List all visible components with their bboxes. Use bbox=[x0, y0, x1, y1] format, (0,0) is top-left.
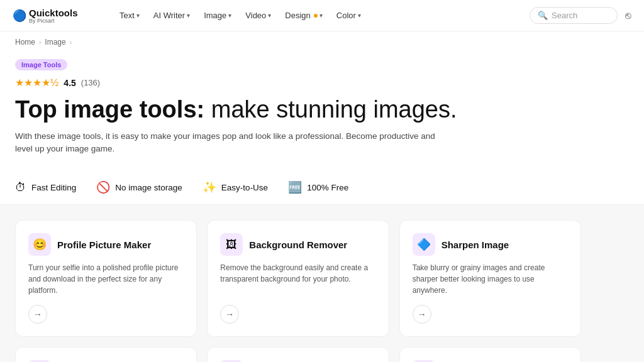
chevron-down-icon: ▾ bbox=[268, 12, 271, 19]
hero-title: Top image tools: make stunning images. bbox=[15, 96, 629, 124]
chevron-down-icon: ▾ bbox=[358, 12, 361, 19]
hero-description: With these image tools, it is easy to ma… bbox=[15, 130, 443, 156]
header-right: 🔍 Search ⎋ bbox=[530, 7, 631, 24]
feature-icon: 🚫 bbox=[96, 180, 110, 194]
features-row: ⏱ Fast Editing 🚫 No image storage ✨ Easy… bbox=[0, 168, 644, 205]
card-description: Turn your selfie into a polished profile… bbox=[28, 262, 184, 296]
nav-item-ai-writer[interactable]: AI Writer▾ bbox=[147, 7, 196, 24]
card-item: 📐 Resize Image Resize images without cro… bbox=[399, 347, 581, 362]
breadcrumb-sep1: › bbox=[39, 39, 41, 46]
feature-label: 100% Free bbox=[307, 183, 348, 192]
chevron-down-icon: ▾ bbox=[319, 12, 323, 19]
logo-name: Quicktools bbox=[29, 8, 78, 18]
search-box[interactable]: 🔍 Search bbox=[530, 7, 618, 24]
nav-label: Video bbox=[245, 11, 266, 20]
breadcrumb: Home › Image › bbox=[0, 31, 644, 53]
nav-item-video[interactable]: Video▾ bbox=[239, 7, 277, 24]
feature-label: Fast Editing bbox=[31, 183, 76, 192]
chevron-down-icon: ▾ bbox=[187, 12, 190, 19]
search-placeholder: Search bbox=[552, 11, 577, 20]
feature-item: 🆓 100% Free bbox=[288, 180, 348, 194]
feature-item: ⏱ Fast Editing bbox=[15, 181, 76, 194]
header: 🔵 Quicktools By Picsart Text▾AI Writer▾I… bbox=[0, 0, 644, 31]
logo-icon: 🔵 bbox=[13, 9, 26, 23]
logo[interactable]: 🔵 Quicktools By Picsart bbox=[13, 8, 101, 24]
nav-label: AI Writer bbox=[153, 11, 185, 20]
hero-badge: Image Tools bbox=[15, 59, 67, 70]
search-icon: 🔍 bbox=[538, 11, 548, 20]
breadcrumb-section[interactable]: Image bbox=[45, 38, 65, 47]
card-item: 📦 Compress Image The easiest and fastest… bbox=[15, 347, 197, 362]
nav-label: Design bbox=[285, 11, 310, 20]
feature-label: No image storage bbox=[115, 183, 182, 192]
rating-count: (136) bbox=[81, 78, 100, 87]
nav-label: Image bbox=[204, 11, 226, 20]
feature-icon: ⏱ bbox=[15, 181, 26, 194]
card-title: Sharpen Image bbox=[441, 239, 509, 250]
card-header: 🔷 Sharpen Image bbox=[413, 233, 568, 256]
nav-item-design[interactable]: Design▾ bbox=[279, 7, 328, 24]
card-icon: 🖼 bbox=[220, 233, 243, 256]
card-icon: 😊 bbox=[28, 233, 51, 256]
card-title: Background Remover bbox=[249, 239, 347, 250]
nav-label: Text bbox=[119, 11, 135, 20]
card-arrow-button[interactable]: → bbox=[28, 305, 47, 324]
stars: ★★★★½ bbox=[15, 77, 58, 89]
card-header: 🖼 Background Remover bbox=[220, 233, 375, 256]
feature-icon: 🆓 bbox=[288, 180, 302, 194]
chevron-down-icon: ▾ bbox=[136, 12, 140, 19]
card-item: 😊 Profile Picture Maker Turn your selfie… bbox=[15, 220, 197, 337]
main-nav: Text▾AI Writer▾Image▾Video▾Design▾Color▾ bbox=[113, 7, 530, 24]
feature-item: ✨ Easy-to-Use bbox=[203, 180, 268, 194]
cards-grid: 😊 Profile Picture Maker Turn your selfie… bbox=[15, 220, 581, 362]
feature-item: 🚫 No image storage bbox=[96, 180, 182, 194]
card-item: 🔄 Rotate Image Easily rotate any image f… bbox=[207, 347, 389, 362]
card-arrow-button[interactable]: → bbox=[413, 305, 431, 324]
nav-label: Color bbox=[336, 11, 356, 20]
nav-item-image[interactable]: Image▾ bbox=[197, 7, 238, 24]
breadcrumb-home[interactable]: Home bbox=[15, 38, 35, 47]
rating-row: ★★★★½ 4.5 (136) bbox=[15, 77, 629, 89]
logo-sub: By Picsart bbox=[29, 18, 78, 24]
rating-value: 4.5 bbox=[64, 78, 75, 88]
card-arrow-button[interactable]: → bbox=[220, 305, 239, 324]
nav-item-text[interactable]: Text▾ bbox=[113, 7, 146, 24]
nav-item-color[interactable]: Color▾ bbox=[330, 7, 367, 24]
card-description: Take blurry or grainy images and create … bbox=[413, 262, 568, 296]
feature-icon: ✨ bbox=[203, 180, 216, 194]
card-item: 🖼 Background Remover Remove the backgrou… bbox=[207, 220, 389, 337]
breadcrumb-sep2: › bbox=[70, 39, 72, 46]
nav-dot bbox=[314, 14, 318, 18]
hero-section: Image Tools ★★★★½ 4.5 (136) Top image to… bbox=[0, 53, 644, 168]
card-item: 🔷 Sharpen Image Take blurry or grainy im… bbox=[399, 220, 581, 337]
card-title: Profile Picture Maker bbox=[57, 239, 151, 250]
card-icon: 🔷 bbox=[413, 233, 435, 256]
feature-label: Easy-to-Use bbox=[221, 183, 268, 192]
share-icon[interactable]: ⎋ bbox=[625, 10, 631, 21]
chevron-down-icon: ▾ bbox=[228, 12, 231, 19]
cards-section: 😊 Profile Picture Maker Turn your selfie… bbox=[0, 205, 644, 362]
card-header: 😊 Profile Picture Maker bbox=[28, 233, 184, 256]
card-description: Remove the background easily and create … bbox=[220, 262, 375, 296]
